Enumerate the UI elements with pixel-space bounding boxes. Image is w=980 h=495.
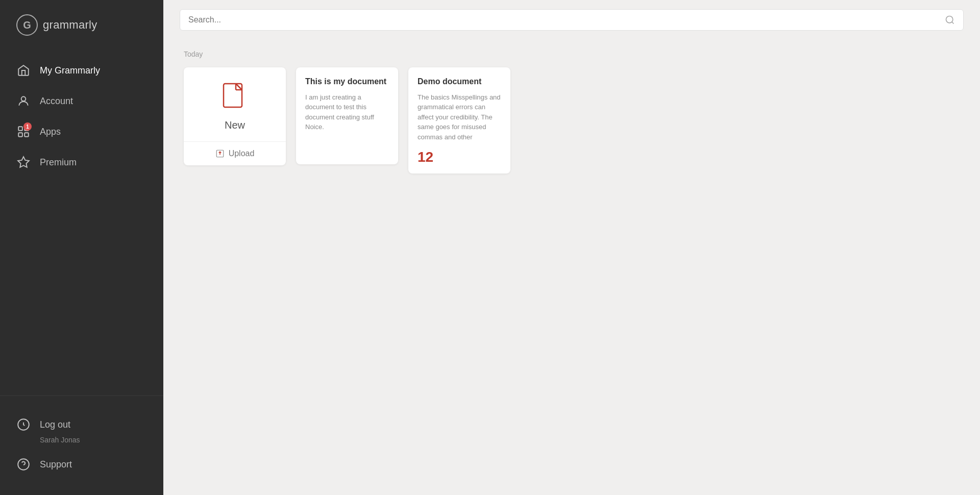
- my-document-card[interactable]: This is my document I am just creating a…: [296, 67, 398, 164]
- sidebar-item-label-account: Account: [40, 96, 73, 107]
- sidebar-item-label-premium: Premium: [40, 157, 77, 168]
- svg-rect-4: [24, 133, 29, 137]
- upload-label: Upload: [229, 149, 255, 158]
- search-input[interactable]: [188, 15, 945, 24]
- svg-point-9: [946, 16, 953, 23]
- home-icon: [16, 63, 31, 78]
- apps-badge: 1: [23, 122, 32, 131]
- brand-name: grammarly: [43, 18, 97, 32]
- sidebar-item-label-apps: Apps: [40, 127, 61, 137]
- logout-username: Sarah Jonas: [16, 436, 147, 444]
- new-doc-icon: [222, 83, 248, 113]
- logo-icon: G: [16, 14, 38, 36]
- my-document-preview: I am just creating a document to test th…: [305, 92, 389, 156]
- demo-document-preview: The basics Misspellings and grammatical …: [418, 92, 501, 142]
- sidebar-item-account[interactable]: Account: [0, 86, 163, 116]
- sidebar-item-premium[interactable]: Premium: [0, 147, 163, 178]
- section-label: Today: [184, 50, 960, 58]
- new-document-card[interactable]: New Upload: [184, 67, 286, 165]
- sidebar-item-my-grammarly[interactable]: My Grammarly: [0, 55, 163, 86]
- star-icon: [16, 155, 31, 169]
- svg-point-0: [21, 96, 26, 101]
- content-area: Today New: [163, 40, 980, 495]
- main-content: Today New: [163, 0, 980, 495]
- search-icon: [945, 15, 955, 25]
- logout-section: Log out Sarah Jonas: [0, 406, 163, 449]
- support-label: Support: [40, 459, 72, 470]
- logout-label: Log out: [40, 419, 70, 430]
- cards-row: New Upload This is my document I am just…: [184, 67, 960, 174]
- search-bar: [180, 9, 964, 31]
- upload-icon: [215, 149, 225, 158]
- sidebar-item-support[interactable]: Support: [0, 449, 163, 480]
- demo-document-errors: 12: [418, 149, 501, 165]
- new-card-top: New: [184, 67, 286, 141]
- sidebar-item-label-my-grammarly: My Grammarly: [40, 65, 100, 76]
- svg-point-7: [18, 459, 29, 470]
- logout-item[interactable]: Log out: [16, 411, 147, 438]
- demo-document-title: Demo document: [418, 77, 501, 87]
- logo-area: G grammarly: [0, 0, 163, 50]
- new-label: New: [225, 119, 245, 131]
- svg-rect-3: [18, 133, 22, 137]
- sidebar: G grammarly My Grammarly Account: [0, 0, 163, 495]
- demo-document-card[interactable]: Demo document The basics Misspellings an…: [408, 67, 510, 174]
- user-icon: [16, 94, 31, 108]
- search-container: [163, 0, 980, 40]
- sidebar-item-apps[interactable]: 1 Apps: [0, 116, 163, 147]
- upload-button[interactable]: Upload: [184, 142, 286, 165]
- my-document-title: This is my document: [305, 77, 389, 87]
- sidebar-nav: My Grammarly Account 1: [0, 50, 163, 395]
- svg-rect-1: [18, 127, 22, 131]
- svg-marker-5: [18, 157, 29, 167]
- svg-line-10: [952, 22, 954, 24]
- support-icon: [16, 457, 31, 472]
- sidebar-bottom: Log out Sarah Jonas Support: [0, 395, 163, 495]
- logout-icon: [16, 417, 31, 432]
